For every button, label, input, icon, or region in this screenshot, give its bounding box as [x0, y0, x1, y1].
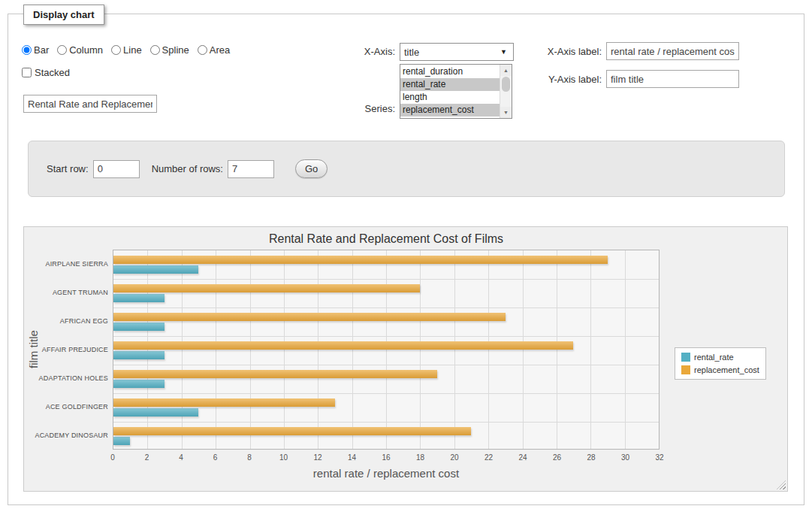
- gridline: [454, 250, 455, 449]
- bar-rental_rate: [113, 437, 130, 445]
- series-caption: Series:: [294, 103, 395, 115]
- gridline: [318, 250, 318, 449]
- legend-item-rental_rate[interactable]: rental_rate: [681, 353, 759, 362]
- number-of-rows-label: Number of rows:: [152, 163, 223, 174]
- resize-handle-icon[interactable]: [777, 480, 786, 489]
- chart-type-radio-label: Line: [123, 44, 142, 56]
- chart-type-radio-line[interactable]: [111, 45, 121, 55]
- gridline: [113, 365, 659, 365]
- gridline: [420, 250, 421, 449]
- x-tick-label: 18: [409, 453, 432, 462]
- series-option-rental_rate[interactable]: rental_rate: [400, 78, 500, 91]
- bar-rental_rate: [113, 351, 165, 359]
- scroll-down-icon[interactable]: ▼: [500, 107, 512, 118]
- gridline: [113, 422, 659, 423]
- x-tick-label: 14: [341, 453, 364, 462]
- bar-replacement_cost: [113, 427, 471, 435]
- series-option-replacement_cost[interactable]: replacement_cost: [400, 104, 500, 117]
- bar-replacement_cost: [113, 398, 335, 407]
- x-tick-label: 32: [648, 453, 671, 462]
- gridline: [113, 279, 659, 280]
- chart-type-option-line[interactable]: Line: [111, 44, 142, 56]
- x-tick-label: 0: [101, 453, 124, 462]
- gridline: [488, 250, 489, 449]
- x-tick-label: 16: [375, 453, 397, 462]
- gridline: [625, 250, 626, 449]
- x-tick-label: 24: [512, 453, 534, 462]
- x-tick-label: 30: [614, 453, 637, 462]
- x-tick-label: 12: [306, 453, 329, 462]
- y-axis-label-caption: Y-Axis label:: [500, 71, 602, 89]
- x-tick-label: 6: [204, 453, 227, 462]
- stacked-checkbox[interactable]: [22, 68, 32, 77]
- chart-type-option-column[interactable]: Column: [57, 44, 103, 56]
- category-label: AFRICAN EGG: [24, 307, 108, 335]
- series-listbox[interactable]: rental_durationrental_ratelengthreplacem…: [400, 64, 512, 119]
- x-axis-caption: X-Axis:: [294, 43, 395, 61]
- gridline: [113, 393, 659, 394]
- plot-area: [113, 250, 660, 450]
- chart-type-radiogroup: BarColumnLineSplineArea: [22, 42, 230, 57]
- chart-type-option-spline[interactable]: Spline: [150, 44, 189, 56]
- legend-item-replacement_cost[interactable]: replacement_cost: [681, 365, 759, 374]
- bar-rental_rate: [113, 294, 165, 302]
- row-controls-panel: Start row: Number of rows: Go: [28, 141, 785, 197]
- series-option-rental_duration[interactable]: rental_duration: [400, 65, 500, 78]
- gridline: [557, 250, 557, 449]
- legend-swatch: [681, 365, 690, 374]
- gridline: [352, 250, 353, 449]
- number-of-rows-input[interactable]: [228, 160, 274, 178]
- chart-type-radio-label: Bar: [34, 44, 49, 56]
- x-tick-label: 10: [273, 453, 295, 462]
- x-tick-label: 22: [478, 453, 500, 462]
- x-axis-selected-value: title: [400, 47, 500, 58]
- chart-type-option-area[interactable]: Area: [198, 44, 230, 56]
- x-tick-label: 20: [443, 453, 466, 462]
- x-tick-label: 4: [170, 453, 192, 462]
- chart-type-option-bar[interactable]: Bar: [22, 44, 49, 56]
- stacked-option[interactable]: Stacked: [22, 67, 70, 78]
- bar-rental_rate: [113, 408, 198, 417]
- bar-rental_rate: [113, 380, 165, 388]
- category-label: AFFAIR PREJUDICE: [24, 335, 108, 364]
- chart-type-radio-bar[interactable]: [22, 45, 32, 55]
- bar-replacement_cost: [113, 284, 420, 292]
- gridline: [590, 250, 591, 449]
- bar-replacement_cost: [113, 370, 437, 378]
- category-label: ACE GOLDFINGER: [24, 392, 108, 421]
- series-option-length[interactable]: length: [400, 91, 500, 104]
- start-row-input[interactable]: [93, 160, 140, 178]
- gridline: [147, 250, 148, 449]
- row-controls: Start row: Number of rows: Go: [47, 141, 328, 196]
- start-row-label: Start row:: [47, 163, 89, 174]
- x-tick-label: 8: [238, 453, 261, 462]
- chart-container: Rental Rate and Replacement Cost of Film…: [23, 226, 788, 492]
- x-tick-label: 28: [580, 453, 602, 462]
- x-axis-select[interactable]: title ▼: [400, 43, 514, 61]
- go-button[interactable]: Go: [295, 159, 328, 178]
- x-axis-label-input[interactable]: [606, 42, 739, 60]
- category-label: ADAPTATION HOLES: [24, 364, 108, 392]
- legend-label: replacement_cost: [694, 365, 759, 374]
- y-axis-label-input[interactable]: [606, 70, 739, 88]
- x-axis-title: rental rate / replacement cost: [113, 467, 660, 480]
- chart-title: Rental Rate and Replacement Cost of Film…: [113, 232, 660, 246]
- category-label: ACADEMY DINOSAUR: [24, 421, 108, 450]
- chart-type-radio-label: Spline: [162, 44, 189, 56]
- display-chart-panel: Display chart BarColumnLineSplineArea St…: [8, 14, 804, 505]
- chart-type-radio-label: Column: [69, 44, 103, 56]
- gridline: [113, 336, 659, 337]
- chart-type-radio-column[interactable]: [57, 45, 67, 55]
- chart-type-radio-spline[interactable]: [150, 45, 160, 55]
- scrollbar-track: [500, 92, 512, 107]
- gridline: [113, 308, 659, 308]
- panel-title: Display chart: [23, 5, 104, 25]
- chart-title-input[interactable]: [23, 95, 157, 113]
- gridline: [284, 250, 285, 449]
- bar-rental_rate: [113, 265, 198, 274]
- legend-swatch: [681, 353, 690, 362]
- chart-type-radio-area[interactable]: [198, 45, 207, 55]
- stacked-label: Stacked: [35, 67, 70, 78]
- chart-type-radio-label: Area: [210, 44, 230, 56]
- category-label: AIRPLANE SIERRA: [24, 250, 108, 278]
